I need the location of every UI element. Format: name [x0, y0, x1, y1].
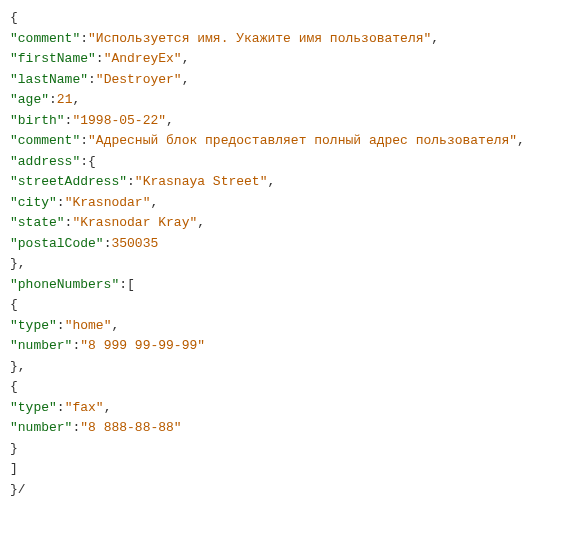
code-token-key: "phoneNumbers": [10, 277, 119, 292]
code-token-punct: ]: [10, 461, 18, 476]
code-token-str: "1998-05-22": [72, 113, 166, 128]
code-token-key: "state": [10, 215, 65, 230]
code-token-punct: ,: [72, 92, 80, 107]
code-token-key: "streetAddress": [10, 174, 127, 189]
code-line: "postalCode":350035: [10, 236, 158, 251]
code-token-punct: :: [88, 72, 96, 87]
code-token-str: "Адресный блок предоставляет полный адре…: [88, 133, 517, 148]
code-token-punct: ,: [197, 215, 205, 230]
code-token-punct: :: [96, 51, 104, 66]
code-token-punct: :: [57, 400, 65, 415]
code-token-punct: :: [127, 174, 135, 189]
code-line: {: [10, 10, 18, 25]
code-token-key: "type": [10, 318, 57, 333]
code-line: "type":"home",: [10, 318, 119, 333]
code-line: "comment":"Адресный блок предоставляет п…: [10, 133, 525, 148]
code-token-str: "8 999 99-99-99": [80, 338, 205, 353]
code-token-punct: },: [10, 256, 26, 271]
code-line: "birth":"1998-05-22",: [10, 113, 174, 128]
code-token-punct: ,: [431, 31, 439, 46]
code-token-punct: ,: [517, 133, 525, 148]
code-token-str: "Используется имя. Укажите имя пользоват…: [88, 31, 431, 46]
code-token-str: "home": [65, 318, 112, 333]
code-line: "comment":"Используется имя. Укажите имя…: [10, 31, 439, 46]
code-line: },: [10, 256, 26, 271]
code-token-str: "fax": [65, 400, 104, 415]
code-token-punct: :: [49, 92, 57, 107]
code-line: "number":"8 888-88-88": [10, 420, 182, 435]
code-token-key: "postalCode": [10, 236, 104, 251]
code-token-punct: :: [57, 195, 65, 210]
code-token-str: "8 888-88-88": [80, 420, 181, 435]
code-token-punct: }/: [10, 482, 26, 497]
code-line: "age":21,: [10, 92, 80, 107]
code-line: "streetAddress":"Krasnaya Street",: [10, 174, 275, 189]
code-line: {: [10, 297, 18, 312]
code-token-str: "Destroyer": [96, 72, 182, 87]
code-token-punct: :: [80, 133, 88, 148]
code-token-key: "firstName": [10, 51, 96, 66]
code-line: "lastName":"Destroyer",: [10, 72, 189, 87]
code-line: },: [10, 359, 26, 374]
code-block: { "comment":"Используется имя. Укажите и…: [0, 0, 588, 508]
code-line: "number":"8 999 99-99-99": [10, 338, 205, 353]
code-line: "firstName":"AndreyEx",: [10, 51, 189, 66]
code-token-key: "number": [10, 420, 72, 435]
code-token-key: "birth": [10, 113, 65, 128]
code-token-key: "comment": [10, 133, 80, 148]
code-token-punct: :{: [80, 154, 96, 169]
code-token-punct: ,: [104, 400, 112, 415]
code-token-punct: }: [10, 441, 18, 456]
code-token-punct: :[: [119, 277, 135, 292]
code-token-punct: ,: [166, 113, 174, 128]
code-line: {: [10, 379, 18, 394]
code-token-punct: ,: [111, 318, 119, 333]
code-token-punct: :: [80, 31, 88, 46]
code-line: "type":"fax",: [10, 400, 111, 415]
code-token-str: "Krasnaya Street": [135, 174, 268, 189]
code-token-punct: ,: [182, 72, 190, 87]
code-token-key: "city": [10, 195, 57, 210]
code-token-str: "AndreyEx": [104, 51, 182, 66]
code-line: }/: [10, 482, 26, 497]
code-token-punct: ,: [150, 195, 158, 210]
code-token-key: "type": [10, 400, 57, 415]
code-token-key: "address": [10, 154, 80, 169]
code-line: "state":"Krasnodar Kray",: [10, 215, 205, 230]
code-token-num: 21: [57, 92, 73, 107]
code-line: }: [10, 441, 18, 456]
code-token-key: "age": [10, 92, 49, 107]
code-line: ]: [10, 461, 18, 476]
code-token-key: "comment": [10, 31, 80, 46]
code-token-str: "Krasnodar Kray": [72, 215, 197, 230]
code-token-punct: {: [10, 10, 18, 25]
code-line: "phoneNumbers":[: [10, 277, 135, 292]
code-token-punct: {: [10, 297, 18, 312]
code-token-punct: ,: [267, 174, 275, 189]
code-token-str: "Krasnodar": [65, 195, 151, 210]
code-token-punct: {: [10, 379, 18, 394]
code-token-key: "lastName": [10, 72, 88, 87]
code-token-punct: },: [10, 359, 26, 374]
code-token-num: 350035: [111, 236, 158, 251]
code-token-key: "number": [10, 338, 72, 353]
code-token-punct: :: [57, 318, 65, 333]
code-line: "address":{: [10, 154, 96, 169]
code-token-punct: ,: [182, 51, 190, 66]
code-line: "city":"Krasnodar",: [10, 195, 158, 210]
